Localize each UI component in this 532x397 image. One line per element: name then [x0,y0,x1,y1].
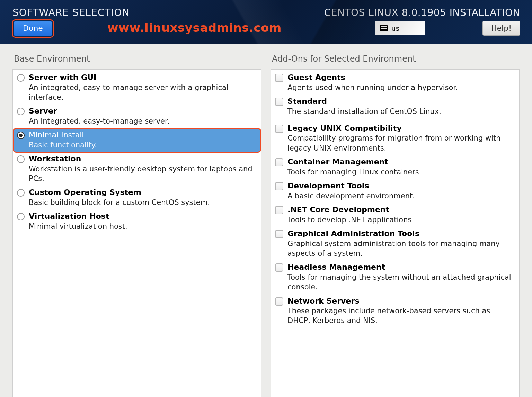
addons-heading: Add-Ons for Selected Environment [272,54,520,64]
env-option-desc: Basic functionality. [29,140,256,150]
keyboard-layout-indicator[interactable]: us [375,21,425,35]
addon-option[interactable]: Graphical Administration ToolsGraphical … [271,227,519,261]
env-option[interactable]: Custom Operating SystemBasic building bl… [13,186,261,210]
addon-option-desc: Agents used when running under a hypervi… [287,83,514,92]
checkbox-icon [275,125,283,133]
keyboard-icon [380,25,388,31]
env-option[interactable]: Server with GUIAn integrated, easy-to-ma… [13,71,261,105]
addon-option[interactable]: Network ServersThese packages include ne… [271,295,519,328]
addons-column: Add-Ons for Selected Environment Guest A… [271,53,520,397]
checkbox-icon [275,230,283,238]
addon-option[interactable]: Legacy UNIX CompatibilityCompatibility p… [271,120,519,155]
addon-option-label: Headless Management [287,262,514,272]
addon-option-desc: Tools to develop .NET applications [287,215,514,225]
env-option-desc: Minimal virtualization host. [29,222,256,231]
env-option-desc: An integrated, easy-to-manage server. [29,116,256,126]
addon-option-label: Development Tools [287,181,514,191]
addon-option-desc: These packages include network-based ser… [287,306,514,326]
addon-option[interactable]: Headless ManagementTools for managing th… [271,261,519,294]
addon-option-label: Legacy UNIX Compatibility [287,124,514,134]
env-option-label: Minimal Install [29,130,256,140]
addons-panel: Guest AgentsAgents used when running und… [271,69,520,397]
addon-option-label: Network Servers [287,296,514,306]
done-button-highlight: Done [12,19,54,38]
addon-option-label: Standard [287,97,514,107]
env-option[interactable]: Virtualization HostMinimal virtualizatio… [13,210,261,234]
content-area: Base Environment Server with GUIAn integ… [0,44,532,397]
addon-option-label: .NET Core Development [287,205,514,215]
addon-option-desc: Tools for managing Linux containers [287,167,514,177]
checkbox-icon [275,158,283,166]
env-option[interactable]: ServerAn integrated, easy-to-manage serv… [13,105,261,128]
watermark-text: www.linuxsysadmins.com [107,21,282,35]
installer-title: CENTOS LINUX 8.0.1905 INSTALLATION [324,7,520,18]
checkbox-icon [275,297,283,306]
base-environment-panel: Server with GUIAn integrated, easy-to-ma… [12,69,261,397]
addon-option-label: Graphical Administration Tools [287,229,514,239]
base-environment-column: Base Environment Server with GUIAn integ… [12,53,261,397]
checkbox-icon [275,206,283,214]
env-option-desc: An integrated, easy-to-manage server wit… [29,83,256,102]
base-environment-heading: Base Environment [14,54,261,64]
radio-icon [17,155,25,163]
addon-option[interactable]: Guest AgentsAgents used when running und… [271,71,519,95]
radio-icon [17,108,25,115]
help-button[interactable]: Help! [482,21,520,36]
installer-header: SOFTWARE SELECTION Done www.linuxsysadmi… [0,0,532,44]
addon-option-desc: Tools for managing the system without an… [287,272,514,292]
radio-icon [17,74,25,82]
addon-option[interactable]: StandardThe standard installation of Cen… [271,95,519,119]
checkbox-icon [275,74,283,82]
addon-option-label: Guest Agents [287,73,514,83]
env-option[interactable]: WorkstationWorkstation is a user-friendl… [13,152,261,186]
env-option-label: Workstation [29,154,256,164]
radio-icon [17,213,25,220]
env-option-desc: Basic building block for a custom CentOS… [29,198,256,207]
env-option-desc: Workstation is a user-friendly desktop s… [29,164,256,184]
addon-option[interactable]: .NET Core DevelopmentTools to develop .N… [271,203,519,227]
env-option-label: Server [29,106,256,116]
addon-option-desc: The standard installation of CentOS Linu… [287,107,514,116]
addon-option[interactable]: Container ManagementTools for managing L… [271,155,519,179]
keyboard-layout-value: us [391,24,399,33]
addon-option-desc: Graphical system administration tools fo… [287,239,514,259]
env-option-label: Virtualization Host [29,211,256,222]
addon-option-label: Container Management [287,157,514,167]
addon-option-desc: A basic development environment. [287,191,514,201]
done-button[interactable]: Done [14,21,52,36]
addon-option-desc: Compatibility programs for migration fro… [287,133,514,153]
addon-option[interactable]: Development ToolsA basic development env… [271,179,519,203]
env-option-label: Server with GUI [29,73,256,83]
checkbox-icon [275,98,283,106]
radio-icon [17,132,25,139]
env-option-label: Custom Operating System [29,188,256,198]
radio-icon [17,189,25,197]
env-option[interactable]: Minimal InstallBasic functionality. [13,128,261,152]
checkbox-icon [275,182,283,190]
page-title: SOFTWARE SELECTION [12,7,130,18]
checkbox-icon [275,263,283,272]
